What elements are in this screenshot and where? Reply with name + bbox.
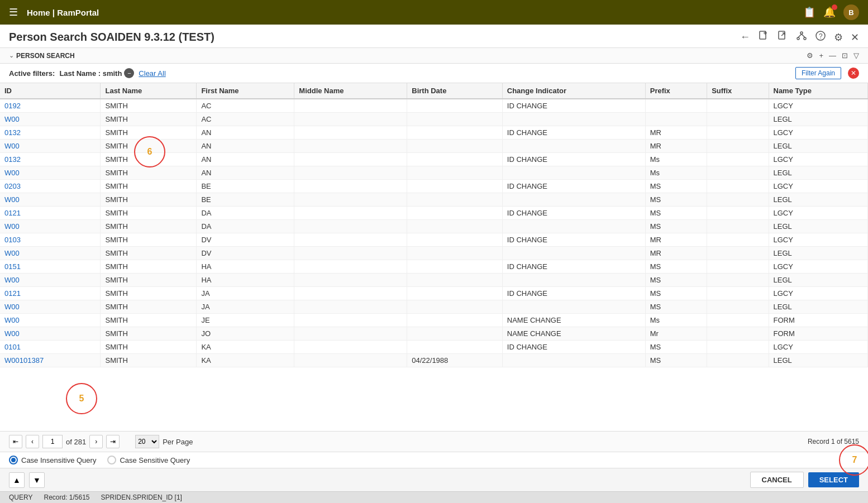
col-suffix: Suffix — [707, 83, 769, 99]
table-row[interactable]: W00101387SMITHKA04/22/1988MSLEGL — [0, 354, 868, 367]
table-row[interactable]: W00SMITHANMsLEGL — [0, 166, 868, 180]
table-cell: JA — [197, 287, 294, 300]
settings-icon[interactable]: ⚙ — [834, 31, 843, 44]
table-cell: SMITH — [101, 153, 197, 166]
table-cell: AN — [197, 153, 294, 166]
col-change-indicator: Change Indicator — [502, 83, 645, 99]
filter-remove-button[interactable]: − — [124, 68, 134, 78]
table-cell — [407, 247, 503, 260]
table-cell: W00 — [0, 220, 101, 233]
help-icon[interactable]: ? — [815, 30, 826, 44]
network-icon[interactable] — [796, 30, 807, 44]
close-icon[interactable]: ✕ — [851, 31, 859, 44]
avatar[interactable]: B — [843, 4, 859, 20]
table-row[interactable]: 0132SMITHANID CHANGEMRLGCY — [0, 126, 868, 140]
case-insensitive-option[interactable]: Case Insensitive Query — [9, 456, 96, 464]
table-cell — [407, 327, 503, 341]
move-down-button[interactable]: ▼ — [29, 472, 45, 488]
table-cell: SMITH — [101, 113, 197, 126]
back-icon[interactable]: ← — [740, 31, 750, 43]
svg-point-7 — [804, 37, 806, 40]
table-cell: W00 — [0, 193, 101, 207]
clear-all-button[interactable]: Clear All — [139, 69, 165, 78]
table-cell: SMITH — [101, 180, 197, 193]
table-cell: MS — [645, 274, 707, 287]
prev-page-button[interactable]: ‹ — [26, 435, 39, 448]
table-cell: ID CHANGE — [502, 287, 645, 300]
section-maximize-icon[interactable]: ⊡ — [842, 51, 848, 60]
svg-line-8 — [798, 34, 802, 37]
table-row[interactable]: 0121SMITHJAID CHANGEMSLGCY — [0, 287, 868, 300]
page-input[interactable] — [42, 435, 63, 448]
table-cell — [294, 260, 407, 274]
col-id: ID — [0, 83, 101, 99]
section-filter-icon[interactable]: ▽ — [853, 51, 859, 60]
section-add-icon[interactable]: + — [819, 51, 823, 60]
export-icon[interactable] — [777, 30, 788, 44]
table-cell — [294, 314, 407, 327]
table-row[interactable]: 0151SMITHHAID CHANGEMSLGCY — [0, 260, 868, 274]
table-row[interactable]: W00SMITHBEMSLEGL — [0, 193, 868, 207]
per-page-select[interactable]: 20 50 100 — [135, 435, 159, 448]
hamburger-icon[interactable]: ☰ — [9, 6, 18, 18]
table-cell: 0132 — [0, 126, 101, 140]
table-cell: JA — [197, 300, 294, 314]
table-cell — [707, 207, 769, 220]
table-cell — [407, 207, 503, 220]
case-insensitive-radio[interactable] — [9, 456, 18, 464]
table-cell: ID CHANGE — [502, 99, 645, 113]
case-sensitive-radio[interactable] — [107, 456, 116, 464]
table-cell: LGCY — [769, 207, 868, 220]
calendar-icon[interactable]: 📋 — [803, 6, 815, 18]
table-cell: LEGL — [769, 166, 868, 180]
table-cell — [502, 113, 645, 126]
main-container: Person Search SOAIDEN 9.3.12 (TEST) ← — [0, 25, 868, 503]
table-row[interactable]: 0192SMITHACID CHANGELGCY — [0, 99, 868, 113]
table-row[interactable]: W00SMITHDVMRLEGL — [0, 247, 868, 260]
table-cell: 0121 — [0, 287, 101, 300]
table-row[interactable]: W00SMITHDAMSLEGL — [0, 220, 868, 233]
table-row[interactable]: W00SMITHACLEGL — [0, 113, 868, 126]
table-cell — [294, 99, 407, 113]
filter-again-button[interactable]: Filter Again — [795, 67, 841, 79]
case-sensitive-option[interactable]: Case Sensitive Query — [107, 456, 190, 464]
table-cell: W00 — [0, 300, 101, 314]
table-cell: AN — [197, 140, 294, 153]
table-row[interactable]: 0101SMITHKAID CHANGEMSLGCY — [0, 341, 868, 354]
select-button[interactable]: SELECT — [808, 472, 859, 487]
notification-dot — [832, 4, 837, 10]
table-cell: FORM — [769, 314, 868, 327]
table-row[interactable]: W00SMITHJAMSLEGL — [0, 300, 868, 314]
filter-close-button[interactable]: ✕ — [848, 68, 859, 79]
table-cell — [407, 180, 503, 193]
table-cell: MR — [645, 247, 707, 260]
table-row[interactable]: 0103SMITHDVID CHANGEMRLGCY — [0, 233, 868, 247]
table-row[interactable]: W00SMITHJONAME CHANGEMrFORM — [0, 327, 868, 341]
table-cell: SMITH — [101, 327, 197, 341]
table-cell — [407, 99, 503, 113]
cancel-button[interactable]: CANCEL — [750, 472, 804, 488]
table-cell: SMITH — [101, 126, 197, 140]
table-cell: NAME CHANGE — [502, 327, 645, 341]
table-row[interactable]: 0121SMITHDAID CHANGEMSLGCY — [0, 207, 868, 220]
table-row[interactable]: W00SMITHHAMSLEGL — [0, 274, 868, 287]
bell-icon[interactable]: 🔔 — [823, 6, 836, 18]
table-cell: LGCY — [769, 287, 868, 300]
add-doc-icon[interactable] — [758, 30, 769, 44]
table-cell — [707, 220, 769, 233]
section-settings-icon[interactable]: ⚙ — [807, 51, 813, 60]
table-cell — [294, 153, 407, 166]
table-cell — [502, 247, 645, 260]
section-minimize-icon[interactable]: — — [829, 51, 836, 60]
table-cell: HA — [197, 274, 294, 287]
table-row[interactable]: W00SMITHJENAME CHANGEMsFORM — [0, 314, 868, 327]
table-row[interactable]: 0132SMITHANID CHANGEMsLGCY — [0, 153, 868, 166]
move-up-button[interactable]: ▲ — [9, 472, 25, 488]
table-cell: Ms — [645, 166, 707, 180]
table-cell — [407, 274, 503, 287]
table-row[interactable]: 0203SMITHBEID CHANGEMSLGCY — [0, 180, 868, 193]
first-page-button[interactable]: ⇤ — [9, 435, 22, 448]
next-page-button[interactable]: › — [89, 435, 103, 448]
table-row[interactable]: W00SMITHANMRLEGL — [0, 140, 868, 153]
last-page-button[interactable]: ⇥ — [106, 435, 120, 448]
